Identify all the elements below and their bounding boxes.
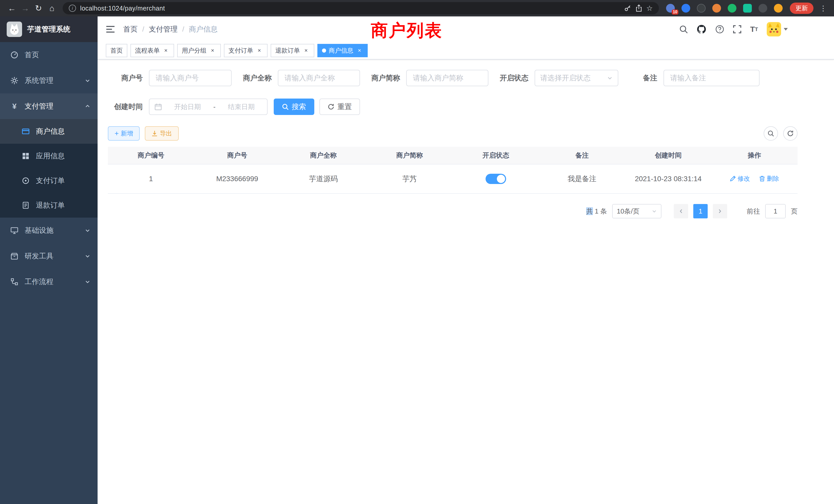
breadcrumb-separator: / [182,25,184,33]
browser-back-button[interactable]: ← [5,2,19,15]
extension-icon-4[interactable] [712,4,721,13]
app-logo[interactable]: 芋道管理系统 [0,17,97,42]
workflow-icon [10,278,19,285]
sidebar-item-label: 退款订单 [36,201,65,210]
font-size-icon[interactable]: TT [750,25,758,33]
browser-forward-button[interactable]: → [19,2,32,15]
extension-icon-2[interactable] [681,4,690,13]
reset-button[interactable]: 重置 [320,98,360,115]
remark-input[interactable] [663,70,760,86]
delete-link[interactable]: 删除 [759,175,779,183]
sidebar-item-home[interactable]: 首页 [0,42,97,68]
tab-label: 支付订单 [228,46,253,55]
user-menu[interactable] [767,22,788,37]
next-page-button[interactable] [713,204,727,219]
cell-create-time: 2021-10-23 08:31:14 [625,164,711,193]
export-button[interactable]: 导出 [145,126,179,141]
search-button-label: 搜索 [292,102,306,112]
page-size-select[interactable]: 10条/页 [612,204,661,219]
edit-link[interactable]: 修改 [730,175,750,183]
status-select[interactable]: 请选择开启状态 [534,70,618,86]
col-short-name: 商户简称 [367,147,453,164]
sidebar-item-label: 应用信息 [36,151,65,161]
browser-reload-button[interactable]: ↻ [32,2,45,15]
sidebar-item-label: 基础设施 [25,226,53,235]
password-key-icon[interactable] [624,4,631,12]
profile-avatar-icon[interactable] [774,4,783,13]
sidebar-item-payment-mgmt[interactable]: ¥ 支付管理 [0,93,97,119]
breadcrumb-item[interactable]: 支付管理 [149,24,178,34]
toggle-search-button[interactable] [764,126,778,141]
logo-cat-icon [7,22,22,37]
add-button[interactable]: + 新增 [108,126,140,141]
tab-home[interactable]: 首页 [106,44,127,57]
browser-update-button[interactable]: 更新 [790,3,813,14]
cell-remark: 我是备注 [539,164,625,193]
close-icon[interactable]: × [356,47,363,54]
col-merchant-id: 商户编号 [108,147,194,164]
breadcrumb-item[interactable]: 首页 [123,24,138,34]
page-number-button[interactable]: 1 [693,204,708,219]
create-time-range-picker[interactable]: 开始日期 - 结束日期 [149,98,267,115]
share-icon[interactable] [636,4,642,12]
status-toggle[interactable] [486,174,506,184]
close-icon[interactable]: × [303,47,310,54]
goto-page-input[interactable] [765,204,786,219]
full-name-label: 商户全称 [243,73,272,83]
search-icon[interactable] [679,25,688,33]
prev-page-button[interactable] [674,204,688,219]
sidebar-item-app-info[interactable]: 应用信息 [0,144,97,168]
tab-label: 流程表单 [135,46,160,55]
bookmark-star-icon[interactable]: ☆ [646,4,653,13]
extension-icon-3[interactable] [697,4,706,13]
sidebar-item-label: 支付订单 [36,176,65,186]
app-window: 芋道管理系统 首页 系统管理 [0,17,834,504]
close-icon[interactable]: × [256,47,263,54]
refresh-table-button[interactable] [783,126,797,141]
extensions-area: 10 [666,4,783,13]
close-icon[interactable]: × [162,47,170,54]
sidebar-item-infrastructure[interactable]: 基础设施 [0,217,97,243]
chevron-right-icon [718,209,723,214]
sidebar-item-system-mgmt[interactable]: 系统管理 [0,68,97,93]
search-button[interactable]: 搜索 [274,98,314,115]
site-info-icon[interactable]: i [69,5,76,12]
tab-refund-order[interactable]: 退款订单 × [271,44,314,57]
tab-merchant-info[interactable]: 商户信息 × [317,44,368,57]
extension-icon-7[interactable] [759,4,767,13]
address-bar[interactable]: i localhost:1024/pay/merchant ☆ [63,2,659,14]
download-icon [152,130,158,137]
total-count: 共 1 条 [586,207,607,216]
close-icon[interactable]: × [209,47,216,54]
search-icon [282,104,289,110]
chevron-up-icon [85,104,90,109]
browser-menu-icon[interactable]: ⋮ [817,4,829,13]
merchant-no-input[interactable] [149,70,232,86]
github-icon[interactable] [697,24,706,34]
sidebar-item-label: 工作流程 [25,277,53,287]
sidebar-menu: 首页 系统管理 ¥ 支付管理 [0,42,97,295]
col-remark: 备注 [539,147,625,164]
extension-icon-1[interactable]: 10 [666,4,675,13]
tab-user-group[interactable]: 用户分组 × [177,44,221,57]
short-name-input[interactable] [406,70,488,86]
extension-icon-6[interactable] [743,4,752,13]
full-name-input[interactable] [278,70,360,86]
cell-merchant-id: 1 [108,164,194,193]
tab-flow-form[interactable]: 流程表单 × [130,44,174,57]
extension-icon-5[interactable] [728,4,737,13]
help-icon[interactable] [715,25,724,34]
table-row: 1 M233666999 芋道源码 芋艿 我是备注 2021-10-23 08:… [108,164,797,193]
page-size-value: 10条/页 [617,207,639,216]
fullscreen-icon[interactable] [733,25,741,33]
sidebar-item-dev-tools[interactable]: 研发工具 [0,243,97,269]
sidebar-item-merchant-info[interactable]: 商户信息 [0,119,97,144]
breadcrumb-separator: / [142,25,144,33]
sidebar-item-payment-order[interactable]: 支付订单 [0,168,97,193]
browser-home-button[interactable]: ⌂ [45,2,59,15]
tab-payment-order[interactable]: 支付订单 × [224,44,267,57]
sidebar-item-refund-order[interactable]: 退款订单 [0,193,97,217]
edit-link-label: 修改 [738,175,750,183]
hamburger-icon[interactable] [106,25,115,33]
sidebar-item-workflow[interactable]: 工作流程 [0,269,97,295]
